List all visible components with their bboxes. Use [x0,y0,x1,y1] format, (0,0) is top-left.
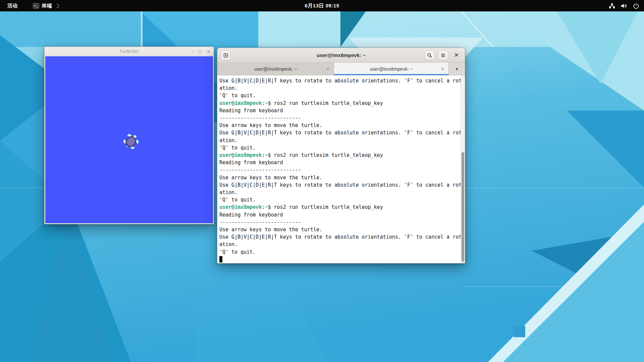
turtlesim-window-controls: – ◻ ✕ [191,49,214,54]
terminal-line: Use G|B|V|C|D|E|R|T keys to rotate to ab… [219,181,465,189]
tab-close-icon[interactable]: ✕ [326,66,330,72]
turtlesim-window: TurtleSim – ◻ ✕ [44,47,214,224]
tab-label: user@imx8mpevk: ~ [251,66,300,72]
search-button[interactable] [425,50,435,60]
terminal-line: 'Q' to quit. [219,144,465,152]
focused-app-indicator[interactable]: >_ 终端 [33,3,59,9]
tab-label: user@imx8mpevk: ~ [366,66,416,72]
terminal-scrollbar[interactable] [461,75,465,263]
scrollbar-thumb[interactable] [462,152,464,262]
terminal-line: ation. [219,241,465,248]
terminal-line: ation. [219,137,465,144]
focused-app-name: 终端 [42,3,52,9]
network-icon[interactable] [609,3,615,9]
terminal-app-icon: >_ [33,3,39,9]
clock-button[interactable]: 6月13日 09:15 [305,3,339,8]
search-icon [427,53,432,58]
close-window-button[interactable]: ✕ [451,50,462,60]
terminal-line: Reading from keyboard [219,211,465,219]
terminal-screen[interactable]: Use G|B|V|C|D|E|R|T keys to rotate to ab… [217,75,465,263]
menu-button[interactable] [438,50,448,60]
terminal-line: Use G|B|V|C|D|E|R|T keys to rotate to ab… [219,129,465,136]
terminal-line: 'Q' to quit. [219,92,465,99]
top-bar: 活动 >_ 终端 6月13日 09:15 [0,0,644,11]
terminal-window: user@imx8mpevk: ~ ✕ user@imx8mpevk: ~ ✕ [217,48,465,263]
tab-user-imx8mpevk-1[interactable]: user@imx8mpevk: ~ ✕ [217,63,334,75]
terminal-line: user@imx8mpevk:~$ ros2 run turtlesim tur… [219,152,465,159]
terminal-line: ation. [219,189,465,196]
new-tab-icon [223,53,228,58]
terminal-line: Use arrow keys to move the turtle. [219,122,465,129]
minimize-button[interactable]: – [191,49,194,54]
terminal-line: Use G|B|V|C|D|E|R|T keys to rotate to ab… [219,77,465,84]
turtlesim-title: TurtleSim [45,49,214,54]
terminal-line: user@imx8mpevk:~$ ros2 run turtlesim tur… [219,100,465,107]
terminal-line: Use G|B|V|C|D|E|R|T keys to rotate to ab… [219,233,465,241]
tab-switcher-dropdown[interactable]: ▼ [449,63,465,75]
terminal-line: --------------------------- [219,219,465,226]
hamburger-menu-icon [440,53,446,58]
terminal-line: --------------------------- [219,166,465,174]
tab-user-imx8mpevk-2[interactable]: user@imx8mpevk: ~ ✕ [334,63,449,75]
close-button[interactable]: ✕ [207,49,210,54]
terminal-header-buttons: ✕ [425,50,462,60]
system-status-area[interactable] [609,3,644,9]
app-loading-spinner-icon [54,3,60,9]
terminal-line: Use arrow keys to move the turtle. [219,174,465,181]
new-tab-button[interactable] [221,50,231,60]
terminal-line: ation. [219,84,465,92]
terminal-headerbar[interactable]: user@imx8mpevk: ~ ✕ [217,48,465,63]
terminal-line: --------------------------- [219,114,465,122]
maximize-button[interactable]: ◻ [198,49,202,54]
activities-button[interactable]: 活动 [5,2,20,10]
power-icon[interactable] [633,3,639,9]
volume-icon[interactable] [621,3,628,9]
terminal-line: 'Q' to quit. [219,248,465,256]
turtlesim-canvas [45,56,213,223]
terminal-line: Reading from keyboard [219,159,465,166]
terminal-line: user@imx8mpevk:~$ ros2 run turtlesim tur… [219,203,465,211]
terminal-line: Reading from keyboard [219,107,465,114]
top-bar-left: 活动 >_ 终端 [0,2,59,10]
clock-area: 6月13日 09:15 [0,3,644,9]
terminal-line: Use arrow keys to move the turtle. [219,226,465,233]
terminal-tab-bar: user@imx8mpevk: ~ ✕ user@imx8mpevk: ~ ✕ … [217,63,465,75]
terminal-line: 'Q' to quit. [219,196,465,203]
tab-close-icon[interactable]: ✕ [440,66,444,72]
terminal-cursor [219,256,222,262]
terminal-cursor-line [219,256,465,263]
turtlesim-titlebar[interactable]: TurtleSim – ◻ ✕ [45,47,214,56]
terminal-output: Use G|B|V|C|D|E|R|T keys to rotate to ab… [217,75,465,263]
turtle-sprite [123,133,139,149]
